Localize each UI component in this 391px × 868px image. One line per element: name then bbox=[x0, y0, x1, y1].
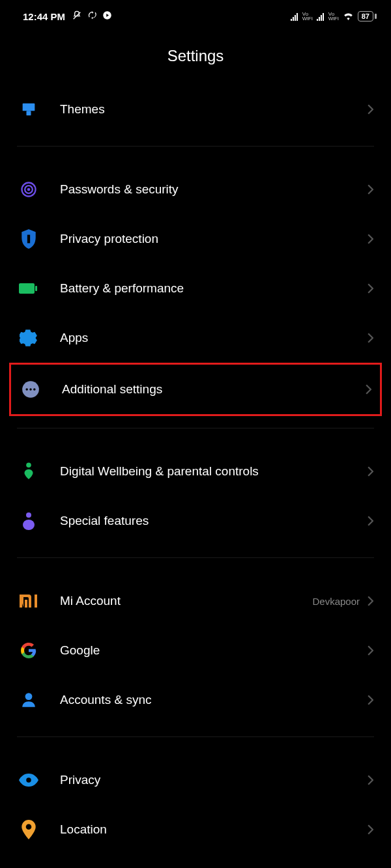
svg-point-15 bbox=[28, 189, 29, 190]
svg-rect-6 bbox=[317, 19, 318, 21]
chevron-right-icon bbox=[366, 595, 374, 608]
shield-icon bbox=[17, 227, 40, 251]
svg-rect-10 bbox=[375, 14, 377, 19]
chevron-right-icon bbox=[366, 823, 374, 836]
svg-point-23 bbox=[26, 463, 31, 468]
settings-item-wellbeing[interactable]: Digital Wellbeing & parental controls bbox=[17, 447, 374, 496]
settings-item-google[interactable]: Google bbox=[17, 626, 374, 675]
page-title: Settings bbox=[0, 31, 391, 85]
svg-point-24 bbox=[26, 512, 31, 518]
mi-logo-icon bbox=[17, 589, 40, 613]
chevron-right-icon bbox=[366, 282, 374, 295]
settings-item-privacy[interactable]: Privacy bbox=[17, 755, 374, 805]
location-pin-icon bbox=[17, 818, 40, 841]
sync-icon bbox=[87, 10, 97, 22]
svg-point-22 bbox=[33, 388, 36, 391]
signal-2: VoWiFi bbox=[317, 12, 339, 21]
svg-point-30 bbox=[26, 777, 31, 783]
settings-item-battery[interactable]: Battery & performance bbox=[17, 264, 374, 313]
svg-point-20 bbox=[25, 388, 28, 391]
flask-icon bbox=[17, 509, 40, 533]
gear-icon bbox=[17, 326, 40, 350]
vowifi-label-2: VoWiFi bbox=[328, 12, 339, 21]
person-icon bbox=[17, 688, 40, 712]
settings-item-privacy-protection[interactable]: Privacy protection bbox=[17, 214, 374, 264]
svg-rect-9 bbox=[323, 13, 324, 21]
item-label: Battery & performance bbox=[60, 281, 366, 296]
chevron-right-icon bbox=[366, 232, 374, 245]
battery-percent: 87 bbox=[358, 11, 373, 21]
vowifi-label-1: VoWiFi bbox=[302, 12, 313, 21]
item-label: Privacy protection bbox=[60, 232, 366, 246]
svg-rect-28 bbox=[35, 595, 37, 608]
chevron-right-icon bbox=[366, 183, 374, 196]
svg-rect-2 bbox=[291, 19, 292, 21]
svg-rect-7 bbox=[319, 17, 320, 21]
wifi-icon bbox=[343, 11, 354, 22]
settings-item-passwords[interactable]: Passwords & security bbox=[17, 165, 374, 214]
battery-indicator: 87 bbox=[358, 11, 377, 21]
settings-item-location[interactable]: Location bbox=[17, 805, 374, 854]
settings-item-services[interactable]: ? Services & feedback bbox=[17, 854, 374, 868]
settings-item-mi-account[interactable]: Mi Account Devkapoor bbox=[17, 576, 374, 626]
chevron-right-icon bbox=[366, 693, 374, 707]
item-label: Digital Wellbeing & parental controls bbox=[60, 464, 366, 479]
item-label: Google bbox=[60, 643, 366, 658]
divider bbox=[17, 736, 374, 737]
svg-rect-12 bbox=[27, 111, 31, 115]
chevron-right-icon bbox=[366, 331, 374, 344]
status-time: 12:44 PM bbox=[23, 11, 65, 22]
chevron-right-icon bbox=[364, 383, 372, 396]
eye-icon bbox=[17, 768, 40, 792]
status-right: VoWiFi VoWiFi 87 bbox=[291, 11, 377, 22]
item-value: Devkapoor bbox=[312, 596, 360, 607]
svg-rect-11 bbox=[23, 104, 35, 111]
item-label: Accounts & sync bbox=[60, 693, 366, 707]
chevron-right-icon bbox=[366, 774, 374, 787]
settings-item-additional[interactable]: Additional settings bbox=[19, 365, 372, 414]
item-label: Special features bbox=[60, 514, 366, 528]
heart-person-icon bbox=[17, 460, 40, 483]
svg-point-25 bbox=[23, 520, 35, 530]
svg-rect-4 bbox=[295, 15, 296, 21]
item-label: Passwords & security bbox=[60, 182, 366, 197]
settings-item-special[interactable]: Special features bbox=[17, 496, 374, 546]
chevron-right-icon bbox=[366, 514, 374, 527]
play-icon bbox=[102, 10, 112, 22]
item-label: Apps bbox=[60, 331, 366, 345]
svg-rect-5 bbox=[297, 13, 298, 21]
svg-rect-27 bbox=[25, 600, 27, 608]
svg-rect-18 bbox=[35, 286, 37, 291]
mute-icon bbox=[72, 10, 82, 23]
svg-rect-17 bbox=[19, 283, 35, 294]
battery-icon bbox=[17, 277, 40, 300]
settings-item-apps[interactable]: Apps bbox=[17, 313, 374, 363]
settings-list: Themes Passwords & security Privacy prot… bbox=[0, 85, 391, 868]
chevron-right-icon bbox=[366, 465, 374, 478]
divider bbox=[17, 146, 374, 147]
item-label: Themes bbox=[60, 102, 366, 117]
settings-item-accounts-sync[interactable]: Accounts & sync bbox=[17, 675, 374, 725]
status-left: 12:44 PM bbox=[23, 10, 112, 23]
fingerprint-icon bbox=[17, 178, 40, 201]
divider bbox=[17, 428, 374, 428]
svg-point-21 bbox=[29, 388, 32, 391]
svg-point-29 bbox=[25, 693, 33, 700]
highlight-annotation: Additional settings bbox=[9, 363, 382, 416]
status-icons bbox=[72, 10, 112, 23]
status-bar: 12:44 PM VoWiFi VoWiFi 87 bbox=[0, 0, 391, 31]
chevron-right-icon bbox=[366, 644, 374, 657]
svg-rect-3 bbox=[293, 17, 294, 21]
svg-rect-8 bbox=[321, 15, 322, 21]
chevron-right-icon bbox=[366, 103, 374, 116]
settings-item-themes[interactable]: Themes bbox=[17, 85, 374, 134]
dots-icon bbox=[19, 378, 42, 401]
divider bbox=[17, 557, 374, 558]
item-label: Mi Account bbox=[60, 594, 312, 608]
item-label: Additional settings bbox=[62, 382, 364, 397]
themes-icon bbox=[17, 98, 40, 121]
google-logo-icon bbox=[17, 639, 40, 662]
signal-1: VoWiFi bbox=[291, 12, 313, 21]
svg-rect-16 bbox=[27, 235, 30, 244]
svg-point-31 bbox=[26, 824, 32, 830]
